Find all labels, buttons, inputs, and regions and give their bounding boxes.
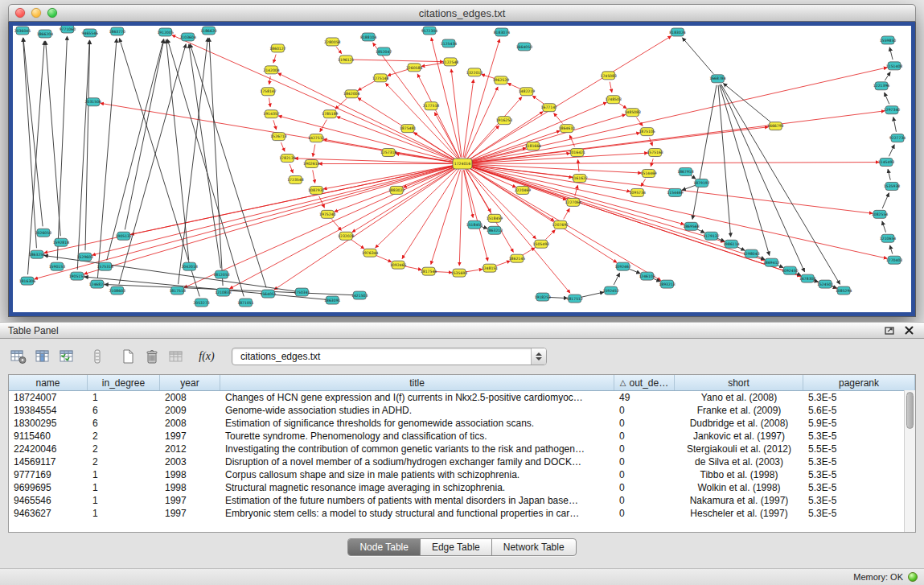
network-node[interactable]: 1151408: [886, 62, 902, 70]
network-node[interactable]: 1817512: [567, 295, 583, 303]
network-canvas[interactable]: 1724016112254822605841275148184200417851…: [13, 26, 911, 312]
network-edge[interactable]: [464, 170, 488, 261]
network-edge[interactable]: [84, 166, 456, 274]
network-node[interactable]: 1518459: [487, 214, 503, 222]
network-node[interactable]: 1535693: [451, 269, 467, 277]
network-node[interactable]: 1592818: [53, 238, 69, 246]
network-node[interactable]: 1485083: [624, 109, 640, 117]
network-node[interactable]: 1816306: [19, 277, 35, 285]
network-node[interactable]: 2053273: [193, 299, 209, 307]
network-node[interactable]: 2179137: [703, 232, 719, 240]
network-node[interactable]: 1975240: [319, 210, 335, 218]
network-node[interactable]: 1016421: [569, 149, 585, 157]
network-node[interactable]: 1724016: [453, 159, 472, 169]
network-edge[interactable]: [352, 167, 457, 233]
network-node[interactable]: 1862145: [509, 254, 525, 262]
network-edge[interactable]: [23, 38, 37, 248]
network-edge[interactable]: [691, 175, 696, 179]
network-edge[interactable]: [336, 47, 342, 54]
network-node[interactable]: 1817544: [421, 267, 437, 275]
network-node[interactable]: 1905153: [69, 272, 85, 280]
network-node[interactable]: 1902613: [303, 160, 319, 168]
network-node[interactable]: 1867918: [677, 168, 693, 176]
network-edge[interactable]: [507, 83, 520, 89]
delete-table-button[interactable]: [142, 346, 162, 367]
network-edge[interactable]: [720, 84, 770, 255]
network-edge[interactable]: [890, 245, 893, 254]
network-edge[interactable]: [554, 113, 563, 124]
network-node[interactable]: 1526713: [270, 133, 286, 141]
network-edge[interactable]: [697, 229, 705, 233]
network-node[interactable]: 1745083: [600, 72, 616, 80]
network-node[interactable]: 1905132: [116, 232, 132, 240]
network-node[interactable]: 1092467: [614, 262, 630, 270]
network-edge[interactable]: [610, 82, 612, 93]
network-node[interactable]: 1592452: [602, 286, 618, 295]
zoom-window-button[interactable]: [47, 8, 57, 18]
column-chooser-button[interactable]: [32, 346, 53, 367]
network-node[interactable]: 1564051: [260, 290, 276, 298]
network-node[interactable]: 1750341: [294, 288, 310, 296]
network-node[interactable]: 1918253: [535, 293, 551, 301]
network-edge[interactable]: [564, 208, 570, 219]
network-node[interactable]: 9572304: [421, 27, 437, 35]
network-edge[interactable]: [469, 111, 885, 163]
network-edge[interactable]: [882, 221, 886, 233]
row-height-button[interactable]: [87, 346, 108, 367]
network-edge[interactable]: [190, 44, 266, 288]
network-node[interactable]: 2280058: [324, 38, 340, 46]
network-node[interactable]: 1421503: [351, 291, 368, 299]
network-node[interactable]: 2108603: [109, 286, 125, 295]
network-node[interactable]: 1914357: [263, 110, 279, 118]
network-edge[interactable]: [469, 164, 642, 173]
network-edge[interactable]: [721, 84, 840, 285]
network-node[interactable]: 1976344: [362, 249, 378, 257]
scrollbar-thumb[interactable]: [906, 392, 914, 429]
network-node[interactable]: 8183074: [494, 28, 510, 36]
network-node[interactable]: 1514469: [640, 169, 656, 177]
network-edge[interactable]: [313, 144, 315, 156]
network-view[interactable]: 1724016112254822605841275148184200417851…: [13, 26, 911, 312]
network-node[interactable]: 9771060: [60, 26, 76, 33]
network-edge[interactable]: [77, 40, 89, 270]
network-edge[interactable]: [431, 170, 461, 264]
network-node[interactable]: 1883022: [388, 186, 405, 194]
table-selector-dropdown[interactable]: citations_edges.txt: [232, 348, 547, 365]
network-node[interactable]: 1863770: [109, 27, 125, 35]
network-edge[interactable]: [653, 278, 660, 282]
network-edge[interactable]: [649, 138, 652, 146]
network-node[interactable]: 1427512: [308, 134, 324, 142]
network-edge[interactable]: [832, 286, 837, 288]
network-node[interactable]: 1275148: [372, 74, 388, 82]
network-node[interactable]: 1869412: [763, 258, 779, 266]
network-edge[interactable]: [882, 193, 889, 208]
network-edge[interactable]: [281, 142, 285, 151]
table-row[interactable]: 1830029562008Estimation of significance …: [9, 417, 904, 430]
network-node[interactable]: 1082554: [872, 210, 888, 218]
network-edge[interactable]: [125, 39, 164, 230]
network-edge[interactable]: [545, 230, 555, 240]
network-edge[interactable]: [269, 76, 271, 84]
network-edge[interactable]: [92, 165, 457, 255]
network-node[interactable]: 1085294: [836, 286, 852, 295]
network-edge[interactable]: [629, 269, 640, 274]
column-header-pagerank[interactable]: pagerank: [803, 375, 915, 390]
network-node[interactable]: 1246103: [639, 272, 655, 280]
network-edge[interactable]: [636, 117, 643, 126]
network-node[interactable]: 1852047: [376, 47, 392, 56]
network-node[interactable]: 8188104: [360, 33, 376, 41]
network-node[interactable]: 1145493: [878, 159, 894, 167]
network-node[interactable]: 1875105: [639, 128, 655, 136]
network-node[interactable]: 1860127: [269, 44, 285, 52]
network-node[interactable]: 1770403: [886, 256, 902, 264]
network-edge[interactable]: [119, 44, 186, 285]
network-edge[interactable]: [549, 297, 568, 298]
network-edge[interactable]: [335, 98, 347, 109]
select-all-columns-button[interactable]: [56, 346, 77, 367]
network-node[interactable]: 1575318: [97, 262, 113, 270]
network-node[interactable]: 1161627: [572, 174, 588, 182]
column-header-title[interactable]: title: [220, 375, 614, 390]
network-edge[interactable]: [692, 85, 717, 220]
network-node[interactable]: 1785189: [322, 110, 338, 118]
network-edge[interactable]: [184, 167, 457, 288]
